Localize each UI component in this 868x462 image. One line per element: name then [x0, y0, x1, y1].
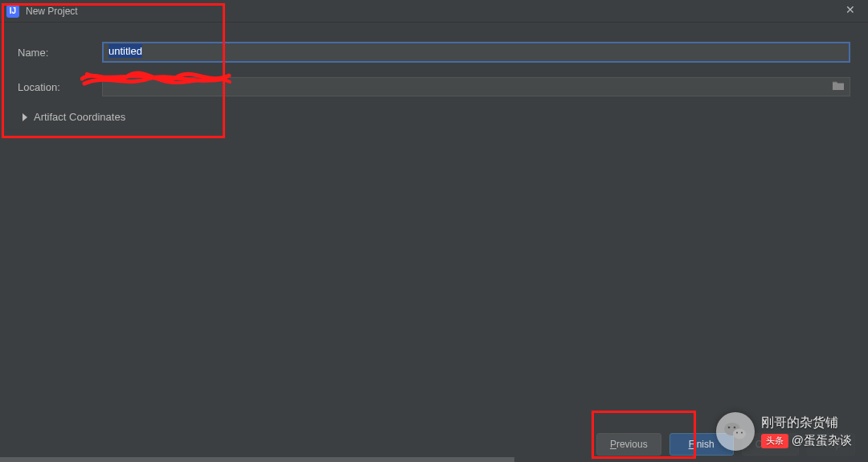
artifact-coordinates-label: Artifact Coordinates: [34, 111, 125, 123]
location-row: Location:: [18, 77, 850, 96]
window-title: New Project: [26, 6, 78, 17]
svg-point-2: [727, 427, 730, 429]
help-button[interactable]: Help: [807, 433, 855, 456]
location-label: Location:: [18, 81, 102, 93]
close-icon[interactable]: ✕: [842, 3, 858, 16]
titlebar: IJ New Project ✕: [0, 0, 868, 22]
app-icon: IJ: [6, 5, 19, 18]
svg-point-3: [733, 427, 735, 429]
dialog-content: Name: untitled Location: Artifact Coordi…: [0, 22, 868, 131]
artifact-coordinates-expander[interactable]: Artifact Coordinates: [18, 111, 850, 123]
finish-button[interactable]: Finish: [669, 433, 734, 456]
location-input[interactable]: [102, 77, 850, 96]
cancel-button[interactable]: Cancel: [742, 433, 799, 456]
name-row: Name: untitled: [18, 42, 850, 63]
name-input[interactable]: untitled: [102, 42, 850, 63]
watermark-line1: 刚哥的杂货铺: [761, 415, 852, 431]
browse-folder-icon[interactable]: [832, 80, 845, 93]
bottom-edge-strip: [0, 457, 514, 462]
name-input-value: untitled: [108, 44, 142, 58]
dialog-footer: Previous Finish Cancel Help: [596, 433, 855, 456]
previous-button[interactable]: Previous: [596, 433, 661, 456]
name-label: Name:: [18, 47, 102, 59]
chevron-right-icon: [23, 113, 27, 121]
